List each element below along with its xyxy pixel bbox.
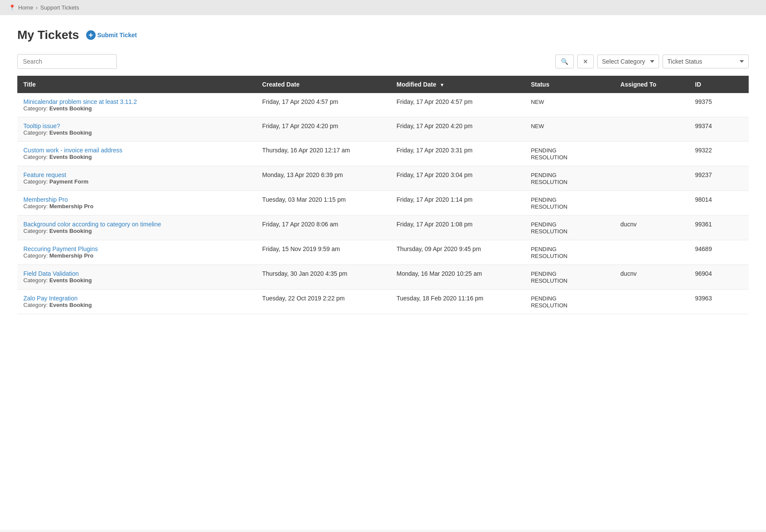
ticket-title-link[interactable]: Membership Pro — [23, 196, 250, 203]
breadcrumb-current: Support Tickets — [40, 4, 79, 11]
col-header-title: Title — [17, 76, 256, 93]
ticket-status: NEW — [525, 117, 615, 142]
table-row: Membership ProCategory: Membership ProTu… — [17, 191, 749, 216]
search-icon: 🔍 — [561, 58, 568, 65]
ticket-assigned — [615, 240, 689, 265]
ticket-category: Category: Membership Pro — [23, 252, 250, 259]
ticket-status: PENDING RESOLUTION — [525, 290, 615, 314]
ticket-modified: Friday, 17 Apr 2020 4:57 pm — [390, 93, 525, 117]
ticket-modified: Monday, 16 Mar 2020 10:25 am — [390, 265, 525, 290]
col-header-modified[interactable]: Modified Date ▼ — [390, 76, 525, 93]
ticket-modified: Friday, 17 Apr 2020 4:20 pm — [390, 117, 525, 142]
table-row: Zalo Pay IntegrationCategory: Events Boo… — [17, 290, 749, 314]
ticket-id: 99237 — [689, 166, 749, 191]
ticket-title-link[interactable]: Background color according to category o… — [23, 221, 250, 228]
breadcrumb-pin-icon: 📍 — [9, 4, 16, 11]
search-input[interactable] — [17, 54, 117, 69]
ticket-assigned — [615, 290, 689, 314]
ticket-status: NEW — [525, 93, 615, 117]
breadcrumb-separator: › — [36, 4, 38, 11]
ticket-status: PENDING RESOLUTION — [525, 216, 615, 240]
table-row: Minicalendar problem since at least 3.11… — [17, 93, 749, 117]
ticket-id: 99374 — [689, 117, 749, 142]
ticket-assigned — [615, 117, 689, 142]
ticket-title-link[interactable]: Tooltip issue? — [23, 123, 250, 129]
status-select[interactable]: Ticket Status NEW PENDING RESOLUTION CLO… — [663, 55, 749, 68]
clear-icon: ✕ — [583, 58, 588, 65]
ticket-modified: Tuesday, 18 Feb 2020 11:16 pm — [390, 290, 525, 314]
ticket-category: Category: Events Booking — [23, 154, 250, 160]
ticket-id: 99361 — [689, 216, 749, 240]
ticket-title-link[interactable]: Field Data Validation — [23, 270, 250, 277]
search-button[interactable]: 🔍 — [555, 55, 574, 68]
ticket-modified: Friday, 17 Apr 2020 3:31 pm — [390, 142, 525, 166]
table-row: Custom work - invoice email addressCateg… — [17, 142, 749, 166]
ticket-status: PENDING RESOLUTION — [525, 240, 615, 265]
ticket-title-link[interactable]: Feature request — [23, 171, 250, 178]
submit-ticket-button[interactable]: + Submit Ticket — [86, 30, 137, 40]
ticket-category: Category: Events Booking — [23, 302, 250, 308]
table-row: Background color according to category o… — [17, 216, 749, 240]
ticket-modified: Friday, 17 Apr 2020 1:14 pm — [390, 191, 525, 216]
ticket-assigned — [615, 93, 689, 117]
ticket-id: 99322 — [689, 142, 749, 166]
ticket-id: 99375 — [689, 93, 749, 117]
page-header: My Tickets + Submit Ticket — [17, 28, 749, 42]
ticket-category: Category: Events Booking — [23, 129, 250, 136]
ticket-created: Friday, 17 Apr 2020 4:20 pm — [256, 117, 390, 142]
ticket-created: Monday, 13 Apr 2020 6:39 pm — [256, 166, 390, 191]
ticket-assigned — [615, 142, 689, 166]
tickets-table: Title Created Date Modified Date ▼ Statu… — [17, 76, 749, 314]
ticket-created: Friday, 15 Nov 2019 9:59 am — [256, 240, 390, 265]
ticket-assigned — [615, 191, 689, 216]
ticket-category: Category: Payment Form — [23, 178, 250, 185]
ticket-modified: Friday, 17 Apr 2020 1:08 pm — [390, 216, 525, 240]
ticket-category: Category: Membership Pro — [23, 203, 250, 210]
plus-icon: + — [86, 30, 96, 40]
table-row: Tooltip issue?Category: Events BookingFr… — [17, 117, 749, 142]
ticket-created: Friday, 17 Apr 2020 4:57 pm — [256, 93, 390, 117]
ticket-id: 93963 — [689, 290, 749, 314]
category-select[interactable]: Select Category Events Booking Payment F… — [597, 55, 659, 68]
ticket-category: Category: Events Booking — [23, 228, 250, 234]
ticket-id: 94689 — [689, 240, 749, 265]
ticket-id: 96904 — [689, 265, 749, 290]
table-row: Reccuring Payment PluginsCategory: Membe… — [17, 240, 749, 265]
ticket-assigned: ducnv — [615, 216, 689, 240]
ticket-status: PENDING RESOLUTION — [525, 166, 615, 191]
ticket-modified: Thursday, 09 Apr 2020 9:45 pm — [390, 240, 525, 265]
ticket-created: Thursday, 30 Jan 2020 4:35 pm — [256, 265, 390, 290]
ticket-title-link[interactable]: Zalo Pay Integration — [23, 295, 250, 302]
ticket-title-link[interactable]: Custom work - invoice email address — [23, 147, 250, 154]
ticket-title-link[interactable]: Minicalendar problem since at least 3.11… — [23, 98, 250, 105]
ticket-status: PENDING RESOLUTION — [525, 265, 615, 290]
ticket-created: Thursday, 16 Apr 2020 12:17 am — [256, 142, 390, 166]
breadcrumb-home[interactable]: Home — [18, 4, 33, 11]
ticket-assigned — [615, 166, 689, 191]
ticket-status: PENDING RESOLUTION — [525, 142, 615, 166]
col-header-id: ID — [689, 76, 749, 93]
ticket-id: 98014 — [689, 191, 749, 216]
table-row: Feature requestCategory: Payment FormMon… — [17, 166, 749, 191]
breadcrumb-bar: 📍 Home › Support Tickets — [0, 0, 766, 15]
submit-ticket-label: Submit Ticket — [97, 32, 137, 39]
col-header-status: Status — [525, 76, 615, 93]
ticket-title-link[interactable]: Reccuring Payment Plugins — [23, 245, 250, 252]
table-header-row: Title Created Date Modified Date ▼ Statu… — [17, 76, 749, 93]
ticket-status: PENDING RESOLUTION — [525, 191, 615, 216]
ticket-category: Category: Events Booking — [23, 277, 250, 284]
col-header-assigned: Assigned To — [615, 76, 689, 93]
ticket-created: Friday, 17 Apr 2020 8:06 am — [256, 216, 390, 240]
table-row: Field Data ValidationCategory: Events Bo… — [17, 265, 749, 290]
ticket-category: Category: Events Booking — [23, 105, 250, 112]
col-header-created: Created Date — [256, 76, 390, 93]
ticket-modified: Friday, 17 Apr 2020 3:04 pm — [390, 166, 525, 191]
ticket-assigned: ducnv — [615, 265, 689, 290]
page-title: My Tickets — [17, 28, 79, 42]
ticket-created: Tuesday, 03 Mar 2020 1:15 pm — [256, 191, 390, 216]
filter-bar: 🔍 ✕ Select Category Events Booking Payme… — [17, 54, 749, 69]
sort-arrow-icon: ▼ — [440, 82, 444, 87]
clear-filter-button[interactable]: ✕ — [577, 55, 594, 68]
ticket-created: Tuesday, 22 Oct 2019 2:22 pm — [256, 290, 390, 314]
